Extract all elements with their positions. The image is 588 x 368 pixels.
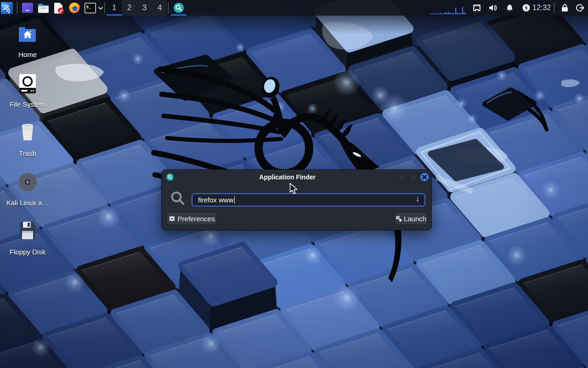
svg-text:$_: $_ [86, 5, 91, 9]
